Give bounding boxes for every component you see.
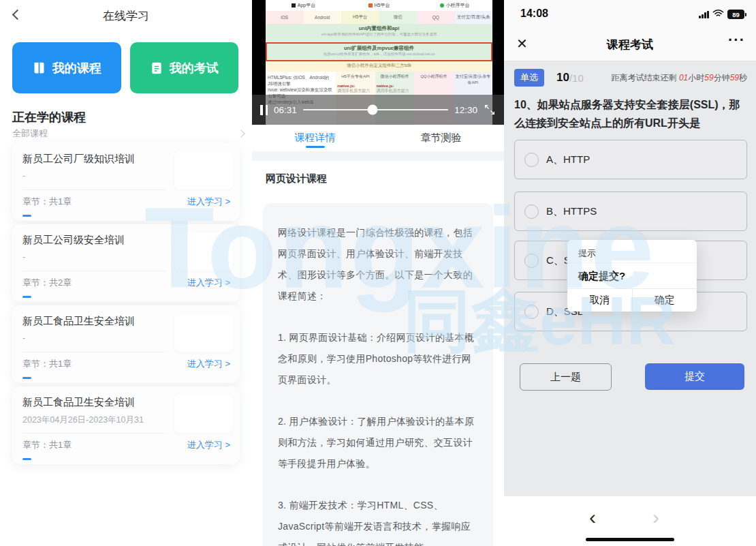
all-courses-row[interactable]: 全部课程 bbox=[12, 127, 244, 140]
current-time: 06:31 bbox=[274, 105, 297, 115]
radio-icon[interactable] bbox=[524, 153, 539, 167]
radio-icon[interactable] bbox=[524, 254, 539, 268]
document-icon bbox=[150, 61, 163, 75]
slide-text: 调用手机原生能力 bbox=[377, 88, 413, 94]
exam-navbar: ✕ 课程考试 ··· bbox=[504, 27, 756, 61]
course-subtitle: - bbox=[22, 333, 166, 343]
screen: 在线学习 我的课程 我的考试 正在学的课程 全部课程 新员工公司厂级知 bbox=[0, 0, 756, 546]
progress-bar bbox=[22, 215, 31, 217]
slider-handle[interactable] bbox=[368, 105, 378, 115]
course-subtitle: - bbox=[22, 171, 166, 181]
quick-buttons: 我的课程 我的考试 bbox=[12, 42, 238, 93]
course-title: 新员工食品卫生安全培训 bbox=[22, 396, 166, 409]
h5-platform-icon bbox=[368, 3, 373, 7]
course-card[interactable]: 新员工食品卫生安全培训 - 章节：共1章 进入学习 > bbox=[12, 305, 240, 383]
slide-label: App平台 bbox=[298, 2, 315, 9]
option-b[interactable]: B、HTTPS bbox=[514, 192, 747, 231]
all-courses-label: 全部课程 bbox=[12, 127, 48, 140]
progress-bar bbox=[22, 377, 31, 379]
slide-col-label: QQ小程序组件 bbox=[415, 74, 452, 80]
more-icon[interactable]: ··· bbox=[728, 31, 745, 49]
question-text: 10、如果站点服务器支持安全套接层(SSL)，那么连接到安全站点上的所有URL开… bbox=[514, 95, 746, 132]
slide-band-title: 微信小程序自定义组件和三方sdk bbox=[266, 63, 492, 69]
fullscreen-icon[interactable] bbox=[484, 104, 496, 116]
divider bbox=[22, 189, 166, 190]
course-thumbnail bbox=[174, 395, 233, 433]
course-thumbnail bbox=[174, 314, 233, 352]
separator bbox=[252, 151, 504, 161]
slide-cell: Android bbox=[304, 11, 342, 24]
slide-band-title: uni内置组件和api bbox=[266, 25, 492, 32]
slide-col-label: 微信小程序组件 bbox=[377, 74, 413, 80]
course-card[interactable]: 新员工食品卫生安全培训 2023年04月26日-2023年10月31 章节：共1… bbox=[12, 386, 240, 464]
course-list: 新员工公司厂级知识培训 - 章节：共1章 进入学习 > 新员工公司级安全培训 -… bbox=[12, 143, 240, 468]
course-detail-title: 网页设计课程 bbox=[266, 172, 327, 185]
slide-text: HTML5Plus: 供iOS、Android的JS增强引擎 bbox=[268, 74, 334, 87]
radio-icon[interactable] bbox=[524, 305, 539, 319]
video-controls: 06:31 12:30 bbox=[252, 95, 504, 125]
wifi-icon bbox=[712, 8, 724, 20]
online-learning-panel: 在线学习 我的课程 我的考试 正在学的课程 全部课程 新员工公司厂级知 bbox=[0, 0, 252, 546]
question-meta-row: 单选 10 /10 距离考试结束还剩 01小时59分钟59秒 bbox=[514, 69, 747, 87]
slide-band-sub: uni-app将常用的组件和API进行了跨平台封装，可覆盖大部分业务需求 bbox=[266, 32, 492, 37]
course-card[interactable]: 新员工公司级安全培训 - 章节：共2章 进入学习 > bbox=[12, 224, 240, 302]
nav-back-icon[interactable]: ‹ bbox=[589, 506, 596, 529]
page-title: 在线学习 bbox=[0, 8, 252, 24]
enter-study-link[interactable]: 进入学习 > bbox=[187, 358, 230, 370]
enter-study-link[interactable]: 进入学习 > bbox=[187, 196, 230, 208]
exam-title: 课程考试 bbox=[504, 37, 756, 52]
progress-slider[interactable] bbox=[303, 109, 448, 110]
course-chapters: 章节：共1章 bbox=[22, 196, 72, 208]
video-player[interactable]: App平台 H5平台 小程序平台 iOS Android H5平台 微信 QQ … bbox=[252, 0, 504, 125]
slide-cell: QQ bbox=[417, 11, 455, 24]
slide-band-sub: 包括uni-ui组件库等扩展组件，sdk，详见组件市场 ext.dcloud.n… bbox=[267, 52, 491, 57]
miniprogram-platform-icon bbox=[440, 3, 444, 7]
confirm-button[interactable]: 确定 bbox=[633, 289, 697, 312]
slide-col-label: 支付宝/百度/头条专有API bbox=[455, 74, 491, 86]
home-indicator bbox=[586, 538, 674, 541]
cancel-button[interactable]: 取消 bbox=[567, 289, 632, 312]
battery-level: 89 bbox=[727, 10, 744, 19]
question-type-badge: 单选 bbox=[514, 69, 544, 87]
radio-icon[interactable] bbox=[524, 204, 539, 219]
status-bar: 14:08 89 bbox=[504, 0, 756, 27]
submit-button[interactable]: 提交 bbox=[645, 363, 744, 390]
previous-question-button[interactable]: 上一题 bbox=[520, 363, 612, 391]
slide-cell: H5平台 bbox=[341, 11, 379, 24]
slide-text: 调用手机原生能力 bbox=[337, 88, 373, 94]
book-icon bbox=[32, 61, 46, 75]
question-number: 10 bbox=[556, 71, 569, 85]
pause-button[interactable] bbox=[260, 105, 268, 115]
my-exams-button[interactable]: 我的考试 bbox=[130, 42, 239, 93]
enter-study-link[interactable]: 进入学习 > bbox=[187, 277, 230, 289]
course-detail-panel: App平台 H5平台 小程序平台 iOS Android H5平台 微信 QQ … bbox=[252, 0, 504, 546]
my-courses-button[interactable]: 我的课程 bbox=[12, 42, 121, 93]
description-paragraph: 2. 用户体验设计：了解用户体验设计的基本原则和方法，学习如何通过用户研究、交互… bbox=[278, 411, 478, 474]
option-label: A、HTTP bbox=[546, 153, 590, 166]
tab-label: 章节测验 bbox=[421, 132, 462, 145]
chevron-right-icon bbox=[237, 130, 245, 137]
tab-chapter-quiz[interactable]: 章节测验 bbox=[378, 125, 504, 151]
battery-icon: 89 bbox=[727, 10, 746, 19]
course-card[interactable]: 新员工公司厂级知识培训 - 章节：共1章 进入学习 > bbox=[12, 143, 240, 221]
slide-band-title: uni扩展组件及mpvue兼容组件 bbox=[267, 45, 491, 52]
exam-countdown: 距离考试结束还剩 01小时59分钟59秒 bbox=[612, 72, 747, 84]
course-subtitle: 2023年04月26日-2023年10月31 bbox=[22, 414, 166, 426]
enter-study-link[interactable]: 进入学习 > bbox=[187, 439, 230, 451]
option-a[interactable]: A、HTTP bbox=[514, 140, 747, 179]
slide-label: H5平台 bbox=[375, 2, 390, 9]
dialog-message: 确定提交? bbox=[578, 270, 625, 283]
tab-course-detail[interactable]: 课程详情 bbox=[252, 125, 378, 151]
app-platform-icon bbox=[292, 3, 296, 7]
divider bbox=[22, 271, 166, 271]
detail-tabbar: 课程详情 章节测验 bbox=[252, 125, 504, 151]
course-chapters: 章节：共2章 bbox=[22, 277, 72, 289]
course-description: 网络设计课程是一门综合性极强的课程，包括网页界面设计、用户体验设计、前端开发技术… bbox=[263, 203, 493, 546]
course-subtitle: - bbox=[22, 252, 166, 262]
duration: 12:30 bbox=[454, 105, 477, 115]
slide-label: 小程序平台 bbox=[446, 2, 470, 9]
slide-cell: 微信 bbox=[379, 11, 418, 24]
tab-label: 课程详情 bbox=[295, 132, 336, 145]
left-header: 在线学习 bbox=[0, 0, 252, 31]
nav-forward-icon[interactable]: › bbox=[652, 506, 659, 529]
